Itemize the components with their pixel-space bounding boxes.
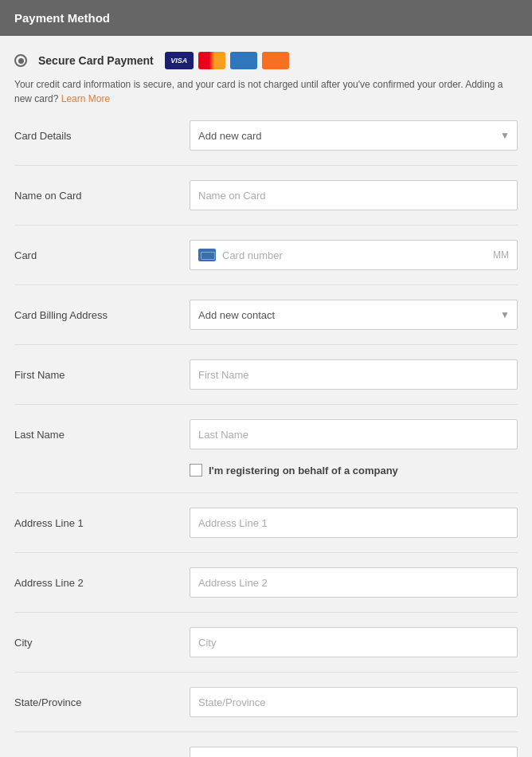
first-name-row: First Name: [14, 359, 518, 390]
card-number-placeholder: Card number: [222, 249, 493, 261]
card-billing-select[interactable]: Add new contact: [190, 300, 518, 330]
card-icons: VISA: [165, 52, 289, 69]
divider-4: [14, 344, 518, 345]
last-name-row: Last Name: [14, 419, 518, 449]
divider-3: [14, 284, 518, 285]
divider-8: [14, 612, 518, 613]
state-input[interactable]: [190, 687, 518, 717]
company-checkbox-label: I'm registering on behalf of a company: [209, 465, 398, 477]
card-details-select[interactable]: Add new card: [190, 120, 518, 151]
company-checkbox[interactable]: [190, 464, 202, 477]
divider-1: [14, 165, 518, 166]
card-chip-icon: [198, 249, 216, 261]
card-details-label: Card Details: [14, 130, 182, 142]
address-line1-label: Address Line 1: [14, 517, 182, 529]
address-line2-row: Address Line 2: [14, 567, 518, 598]
card-billing-select-wrap: Add new contact ▼: [190, 300, 518, 330]
name-on-card-input[interactable]: [190, 180, 518, 210]
card-mm-label: MM: [493, 249, 509, 261]
first-name-label: First Name: [14, 369, 182, 381]
company-checkbox-row: I'm registering on behalf of a company: [190, 464, 518, 477]
name-on-card-label: Name on Card: [14, 190, 182, 202]
name-on-card-row: Name on Card: [14, 180, 518, 210]
divider-7: [14, 552, 518, 553]
divider-2: [14, 225, 518, 226]
address-line2-label: Address Line 2: [14, 577, 182, 589]
content: Secure Card Payment VISA Your credit car…: [0, 36, 532, 757]
divider-6: [14, 492, 518, 493]
state-row: State/Province: [14, 687, 518, 717]
card-billing-address-row: Card Billing Address Add new contact ▼: [14, 300, 518, 330]
card-details-select-wrap: Add new card ▼: [190, 120, 518, 151]
divider-5: [14, 404, 518, 405]
secure-description: Your credit card information is secure, …: [14, 77, 518, 106]
card-details-row: Card Details Add new card ▼: [14, 120, 518, 151]
divider-9: [14, 672, 518, 673]
card-billing-address-label: Card Billing Address: [14, 309, 182, 321]
mastercard-icon: [198, 52, 225, 69]
zip-input[interactable]: [190, 747, 518, 757]
address-line2-input[interactable]: [190, 567, 518, 598]
last-name-input[interactable]: [190, 419, 518, 449]
amex-icon: [230, 52, 257, 69]
learn-more-link[interactable]: Learn More: [61, 93, 110, 104]
card-number-wrap[interactable]: Card number MM: [190, 240, 518, 270]
secure-payment-row: Secure Card Payment VISA: [14, 52, 518, 69]
header: Payment Method: [0, 0, 532, 36]
zip-row: ZIP/Postal Code: [14, 747, 518, 757]
state-label: State/Province: [14, 696, 182, 708]
divider-10: [14, 732, 518, 732]
visa-icon: VISA: [165, 52, 194, 69]
secure-radio[interactable]: [14, 54, 27, 67]
card-row: Card Card number MM: [14, 240, 518, 270]
card-label: Card: [14, 249, 182, 261]
discover-icon: [262, 52, 289, 69]
page-title: Payment Method: [14, 11, 110, 25]
secure-label: Secure Card Payment: [38, 54, 154, 67]
address-line1-input[interactable]: [190, 508, 518, 538]
last-name-label: Last Name: [14, 429, 182, 441]
city-row: City: [14, 627, 518, 657]
address-line1-row: Address Line 1: [14, 508, 518, 538]
city-label: City: [14, 637, 182, 649]
first-name-input[interactable]: [190, 359, 518, 390]
city-input[interactable]: [190, 627, 518, 657]
radio-inner: [18, 58, 24, 64]
